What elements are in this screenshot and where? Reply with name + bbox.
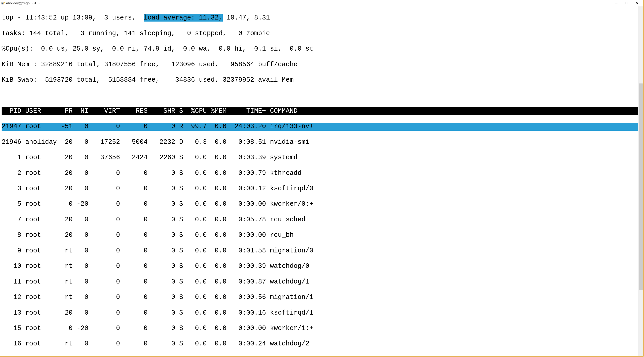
blank-line	[2, 92, 638, 99]
maximize-button[interactable]	[622, 0, 632, 6]
process-row: 13 root 20 0 0 0 0 S 0.0 0.0 0:00.16 kso…	[2, 309, 638, 317]
top-summary-line3: %Cpu(s): 0.0 us, 25.0 sy, 0.0 ni, 74.9 i…	[2, 45, 638, 53]
top-summary-line2: Tasks: 144 total, 3 running, 141 sleepin…	[2, 30, 638, 38]
process-row: 5 root 0 -20 0 0 0 S 0.0 0.0 0:00.00 kwo…	[2, 200, 638, 208]
minimize-button[interactable]	[611, 0, 622, 6]
terminal-output[interactable]: top - 11:43:52 up 13:09, 3 users, load a…	[2, 6, 638, 356]
process-row: 11 root rt 0 0 0 0 S 0.0 0.0 0:00.87 wat…	[2, 278, 638, 286]
process-row: 1 root 20 0 37656 2424 2260 S 0.0 0.0 0:…	[2, 154, 638, 162]
putty-window: aholiday@xi-gpu-01: ~ top - 11:43:52 up …	[0, 0, 644, 356]
process-row: 12 root rt 0 0 0 0 S 0.0 0.0 0:00.56 mig…	[2, 294, 638, 301]
scrollbar[interactable]	[638, 6, 643, 356]
process-row: 7 root 20 0 0 0 0 S 0.0 0.0 0:05.78 rcu_…	[2, 216, 638, 224]
top-summary-line5: KiB Swap: 5193720 total, 5158884 free, 3…	[2, 76, 638, 84]
process-row: 3 root 20 0 0 0 0 S 0.0 0.0 0:00.12 ksof…	[2, 185, 638, 192]
process-row: 8 root 20 0 0 0 0 S 0.0 0.0 0:00.00 rcu_…	[2, 231, 638, 239]
svg-rect-1	[2, 3, 4, 4]
process-row-selected: 21947 root -51 0 0 0 0 R 99.7 0.0 24:03.…	[2, 123, 638, 130]
putty-icon	[1, 1, 5, 5]
window-title: aholiday@xi-gpu-01: ~	[6, 1, 611, 5]
process-row: 16 root rt 0 0 0 0 S 0.0 0.0 0:00.24 wat…	[2, 340, 638, 348]
process-row: 9 root rt 0 0 0 0 S 0.0 0.0 0:01.58 migr…	[2, 247, 638, 255]
process-row: 21946 aholiday 20 0 17252 5004 2232 D 0.…	[2, 138, 638, 146]
process-row: 10 root rt 0 0 0 0 S 0.0 0.0 0:00.39 wat…	[2, 262, 638, 270]
top-summary-line4: KiB Mem : 32889216 total, 31807556 free,…	[2, 61, 638, 68]
process-row: 15 root 0 -20 0 0 0 S 0.0 0.0 0:00.00 kw…	[2, 324, 638, 332]
process-row: 2 root 20 0 0 0 0 S 0.0 0.0 0:00.79 kthr…	[2, 170, 638, 177]
window-controls	[611, 0, 642, 6]
loadavg-highlight: load average: 11.32,	[144, 14, 223, 22]
scrollbar-thumb[interactable]	[639, 84, 643, 290]
svg-rect-4	[626, 2, 628, 4]
top-summary-line1: top - 11:43:52 up 13:09, 3 users, load a…	[2, 14, 638, 22]
titlebar: aholiday@xi-gpu-01: ~	[0, 0, 643, 6]
close-button[interactable]	[632, 0, 642, 6]
process-table-header: PID USER PR NI VIRT RES SHR S %CPU %MEM …	[2, 107, 638, 115]
